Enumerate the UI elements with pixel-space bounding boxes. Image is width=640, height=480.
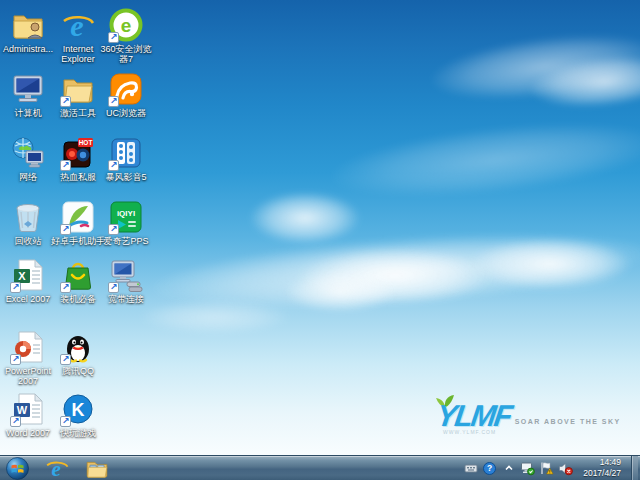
computer-icon bbox=[11, 72, 45, 106]
desktop-icon-game-hot[interactable]: HOT↗热血私服 bbox=[54, 136, 102, 182]
network-places-icon bbox=[11, 136, 45, 170]
show-hidden-icons-arrow[interactable] bbox=[501, 461, 516, 476]
shortcut-arrow-overlay: ↗ bbox=[108, 160, 119, 171]
svg-text:HOT: HOT bbox=[79, 139, 93, 146]
desktop-icon-computer[interactable]: 计算机 bbox=[4, 72, 52, 118]
shortcut-arrow-overlay: ↗ bbox=[60, 160, 71, 171]
clock-time: 14:49 bbox=[583, 457, 621, 468]
desktop-icon-label: UC浏览器 bbox=[96, 108, 156, 118]
cloud bbox=[148, 221, 640, 322]
taskbar-clock[interactable]: 14:49 2017/4/27 bbox=[577, 457, 626, 478]
uc-browser-icon: ↗ bbox=[109, 72, 143, 106]
svg-text:e: e bbox=[52, 457, 61, 480]
desktop-icon-uc-browser[interactable]: ↗UC浏览器 bbox=[102, 72, 150, 118]
logo-tagline: SOAR ABOVE THE SKY bbox=[515, 418, 621, 425]
iqiyi-pps-icon: iQIYI↗ bbox=[109, 200, 143, 234]
phone-assistant-icon: ↗ bbox=[61, 200, 95, 234]
svg-text:W: W bbox=[17, 404, 28, 416]
desktop-icon-label: 宽带连接 bbox=[96, 294, 156, 304]
ie-icon: e bbox=[61, 8, 95, 42]
desktop-icon-folder[interactable]: ↗激活工具 bbox=[54, 72, 102, 118]
shortcut-arrow-overlay: ↗ bbox=[60, 282, 71, 293]
wallpaper-logo: YLMF SOAR ABOVE THE SKY WWW.YLMF.COM bbox=[437, 402, 632, 446]
desktop-icon-label: 360安全浏览器7 bbox=[96, 44, 156, 65]
logo-brand-text: YLMF bbox=[435, 402, 512, 429]
shortcut-arrow-overlay: ↗ bbox=[108, 32, 119, 43]
keyboard-icon[interactable] bbox=[463, 461, 478, 476]
desktop-icon-software-bag[interactable]: ↗装机必备 bbox=[54, 258, 102, 304]
system-tray: ? 14:49 2017/4/27 bbox=[463, 456, 640, 480]
kwan-games-icon: K↗ bbox=[61, 392, 95, 426]
shortcut-arrow-overlay: ↗ bbox=[108, 282, 119, 293]
desktop-icon-recycle-bin[interactable]: 回收站 bbox=[4, 200, 52, 246]
desktop-icon-qq[interactable]: ↗腾讯QQ bbox=[54, 330, 102, 376]
powerpoint-icon: ↗ bbox=[11, 330, 45, 364]
word-icon: W↗ bbox=[11, 392, 45, 426]
desktop: Administra...eInternet Explorere↗360安全浏览… bbox=[0, 0, 640, 480]
cloud bbox=[328, 111, 640, 209]
cloud bbox=[528, 50, 640, 113]
desktop-icon-network-places[interactable]: 网络 bbox=[4, 136, 52, 182]
software-bag-icon: ↗ bbox=[61, 258, 95, 292]
start-button[interactable] bbox=[0, 456, 34, 480]
shortcut-arrow-overlay: ↗ bbox=[60, 224, 71, 235]
shortcut-arrow-overlay: ↗ bbox=[10, 416, 21, 427]
taskbar-pinned-internet-explorer[interactable]: e bbox=[42, 457, 72, 480]
volume-muted-icon[interactable] bbox=[558, 461, 573, 476]
svg-text:e: e bbox=[121, 15, 132, 36]
desktop-icon-word[interactable]: W↗Word 2007 bbox=[4, 392, 52, 438]
excel-icon: X↗ bbox=[11, 258, 45, 292]
shortcut-arrow-overlay: ↗ bbox=[60, 416, 71, 427]
help-icon[interactable]: ? bbox=[482, 461, 497, 476]
desktop-icon-excel[interactable]: X↗Excel 2007 bbox=[4, 258, 52, 304]
desktop-icon-phone-assistant[interactable]: ↗好卓手机助手 bbox=[54, 200, 102, 246]
svg-text:iQIYI: iQIYI bbox=[117, 209, 135, 218]
360-browser-icon: e↗ bbox=[109, 8, 143, 42]
desktop-icon-broadband[interactable]: ↗宽带连接 bbox=[102, 258, 150, 304]
shortcut-arrow-overlay: ↗ bbox=[60, 96, 71, 107]
cloud bbox=[140, 300, 290, 334]
taskbar: e ? 14:49 2017/4/27 bbox=[0, 455, 640, 480]
cloud bbox=[285, 272, 395, 312]
svg-text:e: e bbox=[70, 9, 83, 42]
taskbar-pinned-windows-explorer[interactable] bbox=[82, 457, 112, 480]
broadband-icon: ↗ bbox=[109, 258, 143, 292]
taskbar-pinned-icons: e bbox=[42, 457, 112, 480]
desktop-icon-label: 暴风影音5 bbox=[96, 172, 156, 182]
desktop-icon-user-folder[interactable]: Administra... bbox=[4, 8, 52, 54]
shortcut-arrow-overlay: ↗ bbox=[10, 354, 21, 365]
action-center-flag-icon[interactable] bbox=[539, 461, 554, 476]
desktop-icon-storm-player[interactable]: ↗暴风影音5 bbox=[102, 136, 150, 182]
recycle-bin-icon bbox=[11, 200, 45, 234]
svg-text:K: K bbox=[72, 400, 85, 420]
shortcut-arrow-overlay: ↗ bbox=[108, 224, 119, 235]
user-folder-icon bbox=[11, 8, 45, 42]
desktop-icon-360-browser[interactable]: e↗360安全浏览器7 bbox=[102, 8, 150, 65]
shortcut-arrow-overlay: ↗ bbox=[108, 96, 119, 107]
folder-icon: ↗ bbox=[61, 72, 95, 106]
qq-icon: ↗ bbox=[61, 330, 95, 364]
svg-text:X: X bbox=[18, 270, 26, 282]
network-status-icon[interactable] bbox=[520, 461, 535, 476]
game-hot-icon: HOT↗ bbox=[61, 136, 95, 170]
desktop-icon-kwan-games[interactable]: K↗快玩游戏 bbox=[54, 392, 102, 438]
storm-player-icon: ↗ bbox=[109, 136, 143, 170]
desktop-icon-label: 腾讯QQ bbox=[48, 366, 108, 376]
show-desktop-button[interactable] bbox=[631, 456, 638, 480]
desktop-icon-iqiyi-pps[interactable]: iQIYI↗爱奇艺PPS bbox=[102, 200, 150, 246]
cloud bbox=[250, 192, 360, 244]
svg-text:?: ? bbox=[487, 463, 492, 473]
cloud bbox=[300, 248, 490, 304]
clock-date: 2017/4/27 bbox=[583, 468, 621, 479]
desktop-icon-label: 快玩游戏 bbox=[48, 428, 108, 438]
cloud bbox=[470, 238, 630, 290]
shortcut-arrow-overlay: ↗ bbox=[10, 282, 21, 293]
desktop-icon-powerpoint[interactable]: ↗PowerPoint 2007 bbox=[4, 330, 52, 387]
desktop-icon-ie[interactable]: eInternet Explorer bbox=[54, 8, 102, 65]
shortcut-arrow-overlay: ↗ bbox=[60, 354, 71, 365]
desktop-icon-label: 爱奇艺PPS bbox=[96, 236, 156, 246]
cloud bbox=[427, 24, 640, 110]
windows-start-orb-icon bbox=[6, 457, 29, 480]
